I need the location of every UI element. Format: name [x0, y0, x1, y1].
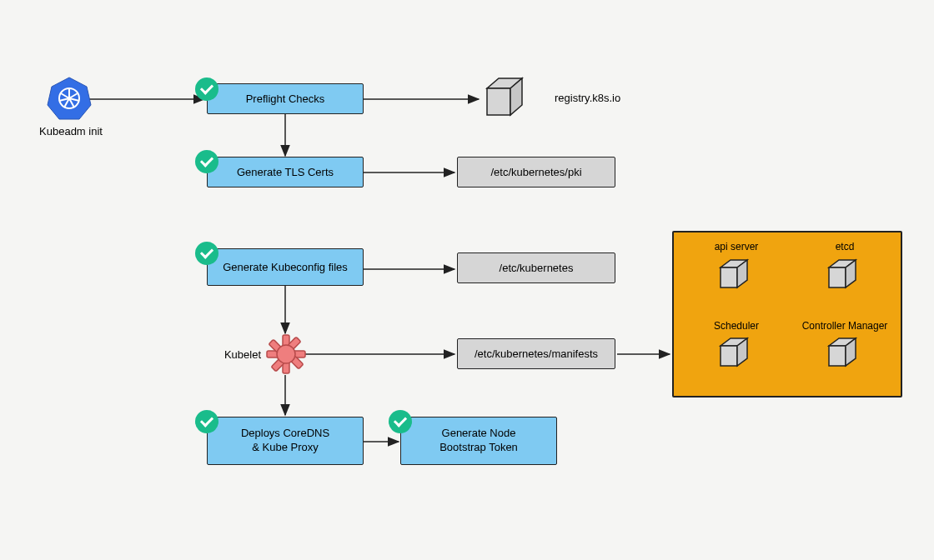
check-icon: [195, 242, 218, 265]
kubelet-label: Kubelet: [215, 348, 261, 361]
svg-rect-30: [721, 268, 737, 288]
etcd-cube-icon: [824, 256, 864, 299]
svg-rect-32: [721, 346, 737, 366]
step-preflight-label: Preflight Checks: [246, 92, 325, 105]
kubeadm-icon: [46, 75, 93, 125]
check-icon: [389, 410, 412, 433]
output-manifests: /etc/kubernetes/manifests: [457, 338, 615, 369]
check-icon: [195, 78, 218, 101]
output-pki: /etc/kubernetes/pki: [457, 157, 615, 188]
svg-rect-20: [487, 88, 510, 115]
api-server-cube-icon: [716, 256, 756, 299]
svg-rect-33: [829, 346, 846, 366]
output-kube-dir-label: /etc/kubernetes: [500, 262, 574, 274]
output-manifests-label: /etc/kubernetes/manifests: [475, 348, 598, 360]
check-icon: [195, 410, 218, 433]
scheduler-cube-icon: [716, 334, 756, 378]
step-coredns: Deploys CoreDNS & Kube Proxy: [207, 417, 364, 465]
control-plane-box: api server etcd Scheduler Controller Man…: [672, 231, 902, 398]
output-pki-label: /etc/kubernetes/pki: [490, 166, 581, 178]
kubelet-gear-icon: [265, 333, 307, 378]
step-bootstrap-label2: Bootstrap Token: [439, 441, 518, 455]
step-bootstrap: Generate Node Bootstrap Token: [400, 417, 557, 465]
step-preflight: Preflight Checks: [207, 83, 364, 114]
step-bootstrap-label1: Generate Node: [442, 427, 516, 441]
step-kubeconfig: Generate Kubeconfig files: [207, 248, 364, 286]
output-kube-dir: /etc/kubernetes: [457, 252, 615, 283]
registry-cube-icon: [480, 73, 534, 128]
svg-rect-31: [829, 268, 846, 288]
api-server-label: api server: [707, 241, 766, 252]
step-kubeconfig-label: Generate Kubeconfig files: [223, 261, 348, 273]
registry-label: registry.k8s.io: [555, 92, 646, 104]
svg-point-29: [277, 345, 295, 363]
step-tls: Generate TLS Certs: [207, 157, 364, 188]
controller-label: Controller Manager: [791, 320, 899, 332]
step-coredns-label2: & Kube Proxy: [252, 441, 319, 455]
etcd-label: etcd: [820, 241, 870, 252]
step-tls-label: Generate TLS Certs: [237, 166, 334, 178]
check-icon: [195, 150, 218, 173]
step-coredns-label1: Deploys CoreDNS: [241, 427, 329, 441]
scheduler-label: Scheduler: [703, 320, 770, 332]
kubeadm-label: Kubeadm init: [33, 125, 108, 138]
controller-cube-icon: [824, 334, 864, 378]
